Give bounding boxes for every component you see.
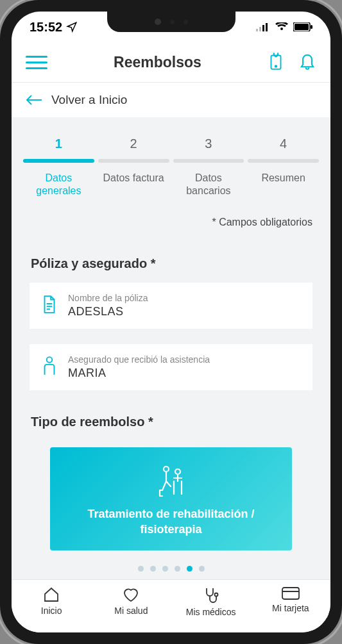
- svg-rect-3: [266, 23, 268, 31]
- svg-point-12: [214, 593, 218, 597]
- location-icon: [66, 21, 78, 33]
- signal-icon: [256, 22, 270, 31]
- content-area: 1 Datos generales 2 Datos factura 3 Dato…: [12, 117, 330, 579]
- bottom-nav: Inicio Mi salud Mis médicos Mi tarjeta: [12, 579, 330, 632]
- dot-5[interactable]: [187, 566, 192, 572]
- dot-6[interactable]: [199, 566, 205, 572]
- required-fields-note: * Campos obligatorios: [12, 210, 330, 247]
- svg-point-9: [47, 357, 53, 363]
- svg-rect-13: [282, 588, 299, 599]
- svg-rect-6: [311, 25, 312, 29]
- telehealth-icon[interactable]: [268, 51, 284, 73]
- card-icon: [281, 586, 300, 600]
- policy-name-field[interactable]: Nombre de la póliza ADESLAS: [30, 283, 312, 329]
- insured-value: MARIA: [68, 367, 301, 380]
- wifi-icon: [275, 22, 288, 31]
- phone-screen: 15:52 Reembolsos: [12, 12, 330, 632]
- heart-icon: [122, 586, 140, 603]
- policy-value: ADESLAS: [68, 305, 301, 318]
- section-title-reimbtype: Tipo de reembolso *: [12, 406, 330, 441]
- step-2[interactable]: 2 Datos factura: [98, 136, 169, 197]
- back-button[interactable]: Volver a Inicio: [12, 83, 330, 117]
- svg-rect-0: [256, 29, 258, 31]
- dot-3[interactable]: [162, 566, 168, 572]
- stethoscope-icon: [202, 586, 220, 604]
- battery-icon: [293, 22, 312, 31]
- step-4[interactable]: 4 Resumen: [248, 136, 319, 197]
- home-icon: [42, 586, 60, 603]
- insured-person-field[interactable]: Asegurado que recibió la asistencia MARI…: [30, 344, 312, 390]
- nav-mis-medicos[interactable]: Mis médicos: [171, 586, 251, 617]
- svg-point-11: [175, 469, 180, 474]
- nav-inicio[interactable]: Inicio: [12, 586, 91, 617]
- phone-frame: 15:52 Reembolsos: [0, 0, 342, 644]
- step-1[interactable]: 1 Datos generales: [23, 136, 94, 197]
- notch: [107, 12, 235, 32]
- svg-rect-2: [262, 25, 264, 31]
- document-icon: [41, 295, 58, 317]
- policy-label: Nombre de la póliza: [68, 293, 301, 303]
- menu-button[interactable]: [26, 52, 47, 73]
- svg-rect-1: [259, 27, 261, 31]
- physiotherapy-icon: [62, 463, 280, 499]
- page-title: Reembolsos: [47, 54, 268, 71]
- dot-4[interactable]: [175, 566, 180, 572]
- reimbursement-type-card[interactable]: Tratamiento de rehabilitación / fisioter…: [50, 447, 292, 550]
- bell-icon[interactable]: [298, 51, 316, 73]
- svg-point-10: [164, 466, 169, 472]
- insured-label: Asegurado que recibió la asistencia: [68, 354, 301, 365]
- carousel-dots[interactable]: [12, 559, 330, 579]
- dot-2[interactable]: [150, 566, 156, 572]
- stepper: 1 Datos generales 2 Datos factura 3 Dato…: [12, 117, 330, 210]
- step-3[interactable]: 3 Datos bancarios: [173, 136, 244, 197]
- section-title-policy: Póliza y asegurado *: [12, 247, 330, 283]
- nav-mi-tarjeta[interactable]: Mi tarjeta: [251, 586, 330, 617]
- back-label: Volver a Inicio: [51, 93, 127, 107]
- nav-mi-salud[interactable]: Mi salud: [91, 586, 171, 617]
- person-icon: [41, 356, 58, 379]
- arrow-left-icon: [26, 94, 42, 106]
- dot-1[interactable]: [138, 566, 144, 572]
- status-time: 15:52: [30, 20, 62, 35]
- app-header: Reembolsos: [12, 42, 330, 83]
- reimbursement-type-label: Tratamiento de rehabilitación / fisioter…: [62, 506, 280, 538]
- svg-rect-5: [295, 24, 309, 30]
- svg-point-8: [275, 65, 277, 67]
